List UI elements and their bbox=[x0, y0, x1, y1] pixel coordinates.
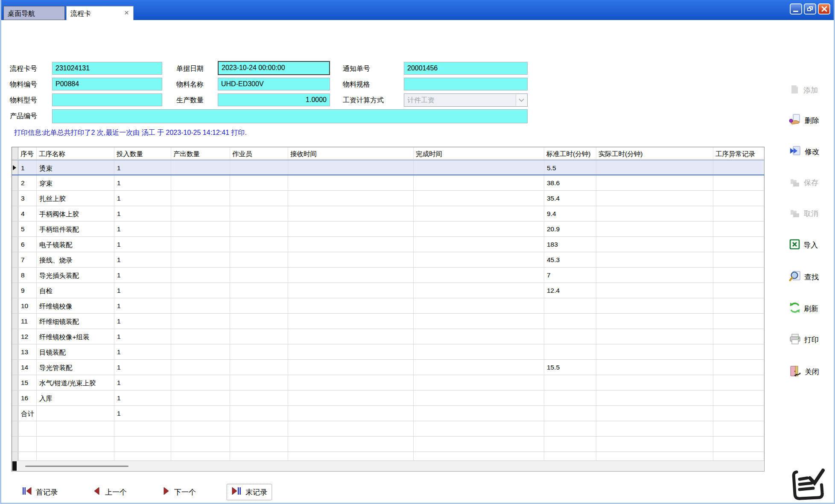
toolbar-button-modify[interactable]: 修改 bbox=[789, 145, 819, 158]
table-cell[interactable]: 1 bbox=[114, 237, 171, 252]
table-cell[interactable] bbox=[713, 283, 764, 298]
table-row[interactable]: 7接线、烧录145.3 bbox=[12, 252, 764, 268]
table-cell[interactable] bbox=[230, 191, 288, 206]
row-header-cell[interactable] bbox=[12, 191, 18, 206]
table-cell[interactable] bbox=[230, 237, 288, 252]
table-cell[interactable]: 1 bbox=[114, 206, 171, 221]
table-cell[interactable]: 扎丝上胶 bbox=[37, 191, 114, 206]
dropdown-button[interactable] bbox=[516, 94, 527, 106]
table-cell[interactable] bbox=[414, 206, 544, 221]
table-cell[interactable]: 1 bbox=[18, 160, 37, 175]
table-cell[interactable]: 1 bbox=[114, 283, 171, 298]
table-cell[interactable] bbox=[713, 329, 764, 344]
column-header[interactable]: 完成时间 bbox=[414, 147, 544, 159]
table-cell[interactable] bbox=[230, 406, 288, 421]
table-cell[interactable]: 13 bbox=[18, 344, 37, 359]
column-header[interactable]: 工序异常记录 bbox=[713, 147, 764, 159]
table-cell[interactable] bbox=[230, 329, 288, 344]
table-cell[interactable] bbox=[596, 390, 713, 405]
product-code-field[interactable] bbox=[52, 109, 528, 123]
tab-close-icon[interactable]: × bbox=[124, 9, 129, 17]
table-cell[interactable] bbox=[414, 360, 544, 375]
column-header[interactable]: 投入数量 bbox=[114, 147, 171, 159]
table-cell[interactable] bbox=[288, 283, 414, 298]
table-cell[interactable]: 16 bbox=[18, 390, 37, 405]
table-cell[interactable] bbox=[713, 390, 764, 405]
table-cell[interactable] bbox=[171, 314, 230, 329]
table-cell[interactable] bbox=[713, 191, 764, 206]
table-cell[interactable] bbox=[596, 252, 713, 267]
table-cell[interactable] bbox=[596, 221, 713, 236]
table-cell[interactable] bbox=[596, 237, 713, 252]
table-cell[interactable] bbox=[171, 283, 230, 298]
table-cell[interactable] bbox=[171, 329, 230, 344]
table-cell[interactable]: 1 bbox=[114, 360, 171, 375]
table-row[interactable]: 13目镜装配1 bbox=[12, 344, 764, 360]
table-cell[interactable]: 1 bbox=[114, 252, 171, 267]
table-cell[interactable]: 45.3 bbox=[544, 252, 596, 267]
table-cell[interactable]: 3 bbox=[18, 191, 37, 206]
table-cell[interactable] bbox=[596, 314, 713, 329]
table-cell[interactable]: 9 bbox=[18, 283, 37, 298]
table-cell[interactable]: 5 bbox=[18, 221, 37, 236]
table-cell[interactable]: 8 bbox=[18, 268, 37, 283]
nav-next-record[interactable]: 下一个 bbox=[158, 484, 200, 500]
table-row[interactable]: 4手柄阀体上胶19.4 bbox=[12, 206, 764, 221]
table-cell[interactable] bbox=[596, 175, 713, 190]
column-header[interactable]: 标准工时(分钟) bbox=[544, 147, 596, 159]
table-cell[interactable] bbox=[230, 390, 288, 405]
table-cell[interactable] bbox=[171, 221, 230, 236]
table-row[interactable]: 5手柄组件装配120.9 bbox=[12, 221, 764, 237]
row-header-cell[interactable] bbox=[12, 160, 18, 175]
table-cell[interactable] bbox=[288, 252, 414, 267]
table-cell[interactable] bbox=[230, 375, 288, 390]
table-row[interactable]: 3扎丝上胶135.4 bbox=[12, 191, 764, 206]
table-cell[interactable] bbox=[37, 406, 114, 421]
table-cell[interactable]: 自检 bbox=[37, 283, 114, 298]
table-cell[interactable]: 入库 bbox=[37, 390, 114, 405]
table-cell[interactable]: 6 bbox=[18, 237, 37, 252]
prod-qty-field[interactable]: 1.0000 bbox=[218, 93, 330, 106]
table-cell[interactable]: 183 bbox=[544, 237, 596, 252]
tab-desktop-nav[interactable]: 桌面导航 bbox=[3, 6, 65, 20]
table-cell[interactable]: 接线、烧录 bbox=[37, 252, 114, 267]
minimize-button[interactable] bbox=[790, 3, 802, 15]
toolbar-button-refresh[interactable]: 刷新 bbox=[789, 302, 818, 315]
table-cell[interactable] bbox=[596, 344, 713, 359]
table-cell[interactable] bbox=[414, 329, 544, 344]
table-cell[interactable] bbox=[713, 344, 764, 359]
toolbar-button-close-door[interactable]: 关闭 bbox=[789, 365, 819, 379]
table-cell[interactable] bbox=[171, 406, 230, 421]
table-row[interactable]: 10纤维镜校像1 bbox=[12, 298, 764, 314]
table-cell[interactable] bbox=[713, 237, 764, 252]
table-cell[interactable] bbox=[171, 191, 230, 206]
table-cell[interactable] bbox=[414, 390, 544, 405]
table-cell[interactable] bbox=[414, 237, 544, 252]
table-cell[interactable] bbox=[713, 360, 764, 375]
nav-first-record[interactable]: 首记录 bbox=[18, 484, 62, 500]
table-cell[interactable] bbox=[230, 360, 288, 375]
table-row[interactable]: 8导光插头装配17 bbox=[12, 268, 764, 283]
table-cell[interactable]: 烫束 bbox=[37, 160, 114, 175]
toolbar-button-delete-hand[interactable]: 删除 bbox=[789, 114, 819, 127]
table-cell[interactable]: 导光管装配 bbox=[37, 360, 114, 375]
row-header-cell[interactable] bbox=[12, 206, 18, 221]
row-header-cell[interactable] bbox=[12, 268, 18, 283]
table-cell[interactable] bbox=[230, 344, 288, 359]
table-cell[interactable]: 12 bbox=[18, 329, 37, 344]
table-cell[interactable] bbox=[713, 175, 764, 190]
table-cell[interactable]: 20.9 bbox=[544, 221, 596, 236]
table-cell[interactable] bbox=[713, 221, 764, 236]
table-cell[interactable]: 15 bbox=[18, 375, 37, 390]
table-row[interactable]: 6电子镜装配1183 bbox=[12, 237, 764, 252]
toolbar-button-excel-import[interactable]: 导入 bbox=[789, 239, 818, 252]
table-cell[interactable] bbox=[288, 329, 414, 344]
table-cell[interactable] bbox=[288, 390, 414, 405]
table-cell[interactable]: 纤维细镜装配 bbox=[37, 314, 114, 329]
row-header-cell[interactable] bbox=[12, 421, 18, 436]
table-cell[interactable]: 纤维镜校像 bbox=[37, 298, 114, 313]
table-cell[interactable] bbox=[230, 252, 288, 267]
table-cell[interactable] bbox=[544, 406, 596, 421]
table-cell[interactable] bbox=[171, 237, 230, 252]
row-header-cell[interactable] bbox=[12, 360, 18, 375]
